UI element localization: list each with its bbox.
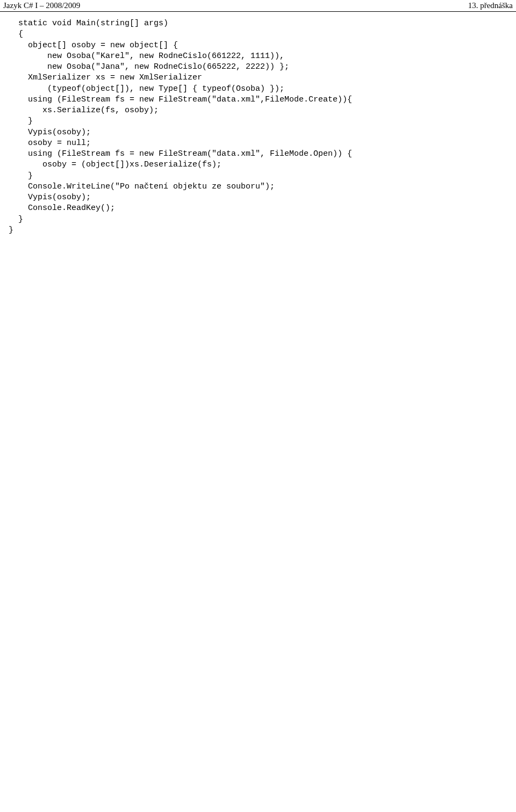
page-footer: – 8 –	[0, 236, 516, 812]
code-block: static void Main(string[] args) { object…	[9, 18, 507, 236]
header-left: Jazyk C# I – 2008/2009	[3, 1, 80, 10]
header-right: 13. přednáška	[468, 1, 513, 10]
page-header: Jazyk C# I – 2008/2009 13. přednáška	[0, 0, 516, 12]
page-content: static void Main(string[] args) { object…	[0, 12, 516, 236]
